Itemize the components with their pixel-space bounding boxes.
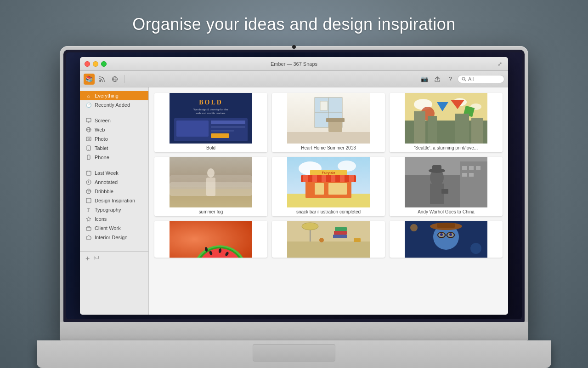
sidebar-item-everything[interactable]: ⌂ Everything xyxy=(80,91,148,100)
snap-snackbar[interactable]: Fairytale snack bar illustration complet… xyxy=(272,157,385,216)
feed-icon[interactable] xyxy=(96,74,107,85)
svg-rect-36 xyxy=(211,121,245,124)
toolbar-separator xyxy=(124,75,124,83)
svg-point-14 xyxy=(88,138,90,140)
svg-rect-74 xyxy=(303,175,308,182)
search-input[interactable] xyxy=(468,76,500,82)
sidebar-item-photo[interactable]: Photo xyxy=(80,134,148,144)
traffic-lights xyxy=(85,61,107,67)
snap-label-snackbar: snack bar illustration completed xyxy=(272,207,385,216)
share-icon[interactable] xyxy=(432,74,443,85)
title-bar-controls: ⤢ xyxy=(496,60,503,68)
design-icon xyxy=(85,197,92,204)
svg-rect-81 xyxy=(328,183,347,195)
globe-icon[interactable] xyxy=(109,74,120,85)
sidebar-item-client-work[interactable]: Client Work xyxy=(80,224,148,233)
snap-thumb-heart-home xyxy=(272,93,385,144)
svg-rect-75 xyxy=(312,175,317,182)
snap-heart-home[interactable]: Heart Home Summer 2013 xyxy=(272,93,385,152)
home-icon: ⌂ xyxy=(85,92,92,99)
title-bar: Ember — 367 Snaps ⤢ xyxy=(80,57,508,71)
laptop-base xyxy=(37,340,551,368)
svg-rect-115 xyxy=(437,223,455,228)
search-box[interactable] xyxy=(458,75,504,83)
snap-bold[interactable]: BOLD We design & develop for the web and… xyxy=(154,93,267,152)
help-icon[interactable]: ? xyxy=(445,74,456,85)
camera xyxy=(292,45,296,49)
sidebar-item-last-week[interactable]: Last Week xyxy=(80,168,148,178)
svg-rect-91 xyxy=(441,189,448,194)
close-button[interactable] xyxy=(85,61,90,67)
tag-button[interactable]: 🏷 xyxy=(93,254,99,263)
sidebar-item-icons[interactable]: Icons xyxy=(80,214,148,224)
svg-rect-19 xyxy=(86,171,91,175)
svg-point-18 xyxy=(89,159,89,159)
sidebar-item-tablet[interactable]: Tablet xyxy=(80,144,148,153)
sidebar-item-recently-added[interactable]: 🕐 Recently Added xyxy=(80,100,148,109)
main-content: ⌂ Everything 🕐 Recently Added xyxy=(80,87,508,315)
minimize-button[interactable] xyxy=(93,61,98,67)
laptop-chin xyxy=(60,322,528,340)
snap-label-heart-home: Heart Home Summer 2013 xyxy=(272,144,385,152)
sidebar-item-phone[interactable]: Phone xyxy=(80,153,148,162)
snap-summer-fog[interactable]: summer fog xyxy=(154,157,267,216)
snap-thumb-snackbar: Fairytale xyxy=(272,157,385,207)
svg-rect-97 xyxy=(469,173,474,177)
sidebar-item-annotated[interactable]: Annotated xyxy=(80,178,148,187)
snap-illustration[interactable] xyxy=(390,221,503,258)
svg-rect-29 xyxy=(86,227,91,230)
svg-text:web and mobile devices.: web and mobile devices. xyxy=(195,112,226,115)
dribbble-icon xyxy=(85,188,92,195)
sidebar-item-interior-design[interactable]: Interior Design xyxy=(80,233,148,242)
camera-icon[interactable]: 📷 xyxy=(419,74,430,85)
svg-rect-110 xyxy=(354,238,361,242)
snap-watermelon[interactable] xyxy=(154,221,267,258)
snap-label-bold: Bold xyxy=(154,144,267,152)
svg-rect-59 xyxy=(428,116,437,144)
svg-rect-95 xyxy=(476,166,481,170)
svg-point-106 xyxy=(302,223,318,230)
svg-rect-109 xyxy=(335,227,347,231)
svg-rect-26 xyxy=(86,198,91,203)
expand-icon[interactable]: ⤢ xyxy=(496,60,503,68)
svg-rect-67 xyxy=(206,178,215,196)
svg-point-24 xyxy=(88,180,89,181)
content-grid: BOLD We design & develop for the web and… xyxy=(149,87,508,315)
clock-icon: 🕐 xyxy=(85,102,92,108)
sidebar-item-design-inspiration[interactable]: Design Inspiration xyxy=(80,196,148,205)
sidebar-item-typography[interactable]: T Typography xyxy=(80,205,148,214)
sidebar-item-screen[interactable]: Screen xyxy=(80,116,148,125)
svg-rect-94 xyxy=(469,166,474,170)
toolbar: 📚 xyxy=(80,71,508,87)
library-icon[interactable]: 📚 xyxy=(84,74,95,85)
svg-rect-76 xyxy=(322,175,326,182)
sidebar-item-web[interactable]: Web xyxy=(80,125,148,134)
svg-rect-80 xyxy=(315,183,324,195)
add-button[interactable]: + xyxy=(85,254,90,263)
snap-thumb-fog xyxy=(154,157,267,207)
snap-thumb-bold: BOLD We design & develop for the web and… xyxy=(154,93,267,144)
svg-rect-38 xyxy=(211,130,234,132)
svg-rect-79 xyxy=(349,175,354,182)
trackpad[interactable] xyxy=(253,344,335,362)
svg-point-124 xyxy=(470,243,481,254)
snap-seattle[interactable]: 'Seattle', a stunning print/love... xyxy=(390,93,503,152)
laptop-frame: Ember — 367 Snaps ⤢ 📚 xyxy=(60,46,528,340)
photo-icon xyxy=(85,136,92,142)
search-icon xyxy=(462,77,466,81)
window-title: Ember — 367 Snaps xyxy=(271,61,317,67)
svg-rect-42 xyxy=(287,132,370,144)
svg-rect-13 xyxy=(86,137,91,141)
sidebar-item-dribbble[interactable]: Dribbble xyxy=(80,187,148,196)
svg-rect-77 xyxy=(331,175,335,182)
svg-rect-7 xyxy=(86,118,91,122)
svg-point-111 xyxy=(319,238,324,242)
sidebar: ⌂ Everything 🕐 Recently Added xyxy=(80,87,149,315)
web-icon xyxy=(85,126,92,133)
maximize-button[interactable] xyxy=(101,61,107,67)
briefcase-icon xyxy=(85,225,92,231)
snap-desk[interactable] xyxy=(272,221,385,258)
snap-warhol[interactable]: Andy Warhol Goes to China xyxy=(390,157,503,216)
svg-text:BOLD: BOLD xyxy=(199,99,223,106)
snap-thumb-seattle xyxy=(390,93,503,144)
